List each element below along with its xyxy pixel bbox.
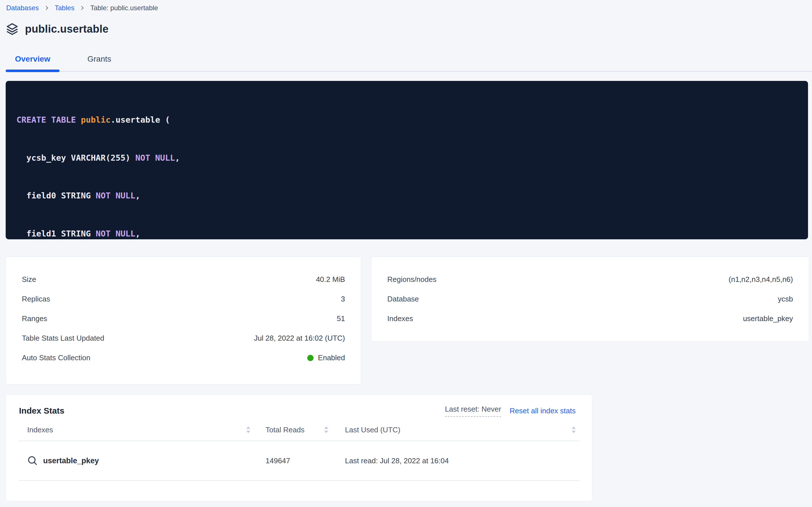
index-stats-title: Index Stats xyxy=(19,406,64,415)
sort-arrows-icon xyxy=(323,425,329,434)
stat-value: Enabled xyxy=(307,353,345,362)
index-name-cell: usertable_pkey xyxy=(27,455,265,466)
stat-label: Ranges xyxy=(22,314,47,323)
column-label: Total Reads xyxy=(265,426,304,434)
stat-label: Database xyxy=(387,295,419,303)
stat-label: Size xyxy=(22,275,36,284)
sort-arrows-icon xyxy=(245,425,251,434)
index-stats-header: Index Stats Last reset: Never Reset all … xyxy=(6,395,592,417)
stat-label: Table Stats Last Updated xyxy=(22,334,105,343)
stat-label: Replicas xyxy=(22,295,50,303)
index-name-link[interactable]: usertable_pkey xyxy=(43,456,99,465)
stat-value: (n1,n2,n3,n4,n5,n6) xyxy=(729,275,793,284)
tab-grants[interactable]: Grants xyxy=(77,47,122,71)
layers-icon xyxy=(6,22,19,36)
magnifier-icon xyxy=(27,455,38,466)
sql-line: field1 STRING NOT NULL, xyxy=(16,227,797,240)
page-title: public.usertable xyxy=(25,23,109,35)
stat-row-replicas: Replicas 3 xyxy=(22,289,345,309)
chevron-right-icon xyxy=(44,5,50,11)
active-tab-indicator xyxy=(6,69,60,72)
column-header-indexes[interactable]: Indexes xyxy=(27,425,265,434)
tab-bar: Overview Grants xyxy=(6,47,812,72)
stat-value: 40.2 MiB xyxy=(316,275,345,284)
last-reset-tooltip-trigger[interactable]: Last reset: Never xyxy=(445,405,501,417)
page-title-row: public.usertable xyxy=(6,22,812,36)
column-label: Last Used (UTC) xyxy=(345,426,400,434)
stat-row-size: Size 40.2 MiB xyxy=(22,270,345,289)
breadcrumb-link-tables[interactable]: Tables xyxy=(55,4,74,12)
create-table-sql: CREATE TABLE public.usertable ( ycsb_key… xyxy=(6,81,808,239)
sql-line: CREATE TABLE public.usertable ( xyxy=(16,114,797,126)
breadcrumb: Databases Tables Table: public.usertable xyxy=(6,4,812,12)
stat-value: ycsb xyxy=(778,295,793,303)
reset-index-stats-link[interactable]: Reset all index stats xyxy=(510,406,576,415)
summary-cards-row: Size 40.2 MiB Replicas 3 Ranges 51 Table… xyxy=(6,257,812,384)
column-label: Indexes xyxy=(27,426,53,434)
status-text: Enabled xyxy=(318,353,345,362)
table-details-card: Size 40.2 MiB Replicas 3 Ranges 51 Table… xyxy=(6,257,361,384)
sort-arrows-icon xyxy=(571,425,577,434)
stat-row-indexes: Indexes usertable_pkey xyxy=(387,309,793,328)
last-used-cell: Last read: Jul 28, 2022 at 16:04 xyxy=(345,456,580,465)
stat-label: Indexes xyxy=(387,314,413,323)
stat-row-database: Database ycsb xyxy=(387,289,793,309)
chevron-right-icon xyxy=(79,5,85,11)
sql-line: ycsb_key VARCHAR(255) NOT NULL, xyxy=(16,152,797,164)
stat-row-stats-updated: Table Stats Last Updated Jul 28, 2022 at… xyxy=(22,328,345,348)
index-table-row: usertable_pkey 149647 Last read: Jul 28,… xyxy=(18,441,580,481)
stat-row-regions: Regions/nodes (n1,n2,n3,n4,n5,n6) xyxy=(387,270,793,289)
breadcrumb-current: Table: public.usertable xyxy=(90,4,158,12)
index-table-header: Indexes Total Reads Last Used (UTC) xyxy=(18,425,580,441)
breadcrumb-link-databases[interactable]: Databases xyxy=(6,4,39,12)
stat-value: Jul 28, 2022 at 16:02 (UTC) xyxy=(254,334,345,343)
stat-value: usertable_pkey xyxy=(743,314,793,323)
column-header-last-used[interactable]: Last Used (UTC) xyxy=(345,425,580,434)
index-stats-controls: Last reset: Never Reset all index stats xyxy=(445,405,576,417)
total-reads-cell: 149647 xyxy=(265,456,345,465)
stat-label: Regions/nodes xyxy=(387,275,436,284)
stat-row-auto-stats: Auto Stats Collection Enabled xyxy=(22,348,345,368)
tab-overview[interactable]: Overview xyxy=(6,47,60,71)
table-location-card: Regions/nodes (n1,n2,n3,n4,n5,n6) Databa… xyxy=(371,257,809,342)
stat-label: Auto Stats Collection xyxy=(22,353,90,362)
sql-line: field0 STRING NOT NULL, xyxy=(16,189,797,202)
stat-row-ranges: Ranges 51 xyxy=(22,309,345,328)
stat-value: 51 xyxy=(337,314,345,323)
column-header-total-reads[interactable]: Total Reads xyxy=(265,425,345,434)
stat-value: 3 xyxy=(341,295,345,303)
index-stats-card: Index Stats Last reset: Never Reset all … xyxy=(6,394,592,501)
status-dot-green xyxy=(307,355,314,361)
